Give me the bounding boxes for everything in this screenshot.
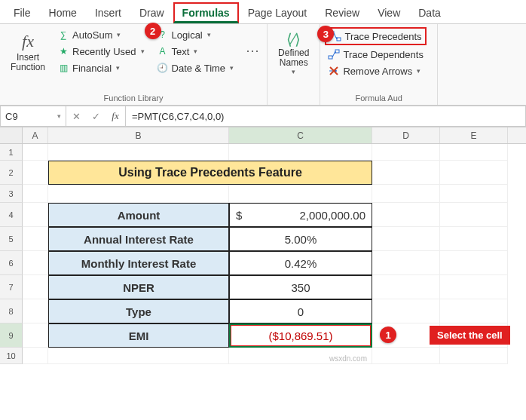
insert-function-button[interactable]: fx Insert Function <box>5 27 51 72</box>
remove-arrows-button[interactable]: Remove Arrows ▾ <box>325 63 426 78</box>
cell[interactable] <box>440 185 508 203</box>
label-cell[interactable]: Amount <box>48 203 229 227</box>
cell[interactable] <box>372 348 440 364</box>
label-cell[interactable]: EMI <box>48 323 229 348</box>
cell[interactable] <box>23 203 48 227</box>
row-header[interactable]: 4 <box>0 203 23 227</box>
enter-formula-button[interactable]: ✓ <box>86 111 106 122</box>
recently-used-button[interactable]: ★ Recently Used ▾ <box>54 44 148 59</box>
tab-page-layout[interactable]: Page Layout <box>239 2 317 23</box>
defined-names-button[interactable]: ⟨∕⟩ Defined Names ▾ <box>272 27 315 75</box>
cell[interactable]: Select the cell <box>440 323 508 348</box>
text-button[interactable]: A Text ▾ <box>154 44 237 59</box>
tab-file[interactable]: File <box>5 2 40 23</box>
cell[interactable] <box>23 161 48 185</box>
row-header[interactable]: 6 <box>0 251 23 275</box>
cell[interactable] <box>23 299 48 323</box>
chevron-down-icon: ▾ <box>117 31 121 38</box>
value-cell[interactable]: $ 2,000,000.00 <box>229 203 372 227</box>
tab-data[interactable]: Data <box>409 2 450 23</box>
cell[interactable] <box>440 144 508 161</box>
watermark: wsxdn.com <box>329 354 367 363</box>
trace-dependents-icon <box>328 48 340 60</box>
cell[interactable] <box>372 251 440 275</box>
cell[interactable] <box>48 348 229 364</box>
row-header[interactable]: 8 <box>0 299 23 323</box>
col-header-b[interactable]: B <box>48 127 229 143</box>
col-header-e[interactable]: E <box>440 127 508 143</box>
cell[interactable] <box>440 251 508 275</box>
row-header[interactable]: 7 <box>0 275 23 299</box>
cell[interactable] <box>23 144 48 161</box>
cell[interactable] <box>23 348 48 364</box>
cell[interactable] <box>229 185 372 203</box>
row-header[interactable]: 5 <box>0 227 23 251</box>
value-cell[interactable]: 0.42% <box>229 251 372 275</box>
cell[interactable] <box>23 251 48 275</box>
cell[interactable] <box>372 185 440 203</box>
cell[interactable] <box>440 275 508 299</box>
more-icon[interactable]: ⋯ <box>243 27 262 59</box>
logical-button[interactable]: ? Logical ▾ <box>154 27 237 42</box>
cell[interactable] <box>440 161 508 185</box>
sheet-title-cell[interactable]: Using Trace Precedents Feature <box>48 161 372 185</box>
row-header[interactable]: 3 <box>0 185 23 203</box>
cell[interactable] <box>440 299 508 323</box>
value-cell[interactable]: 0 <box>229 299 372 323</box>
cell[interactable] <box>372 203 440 227</box>
currency-symbol: $ <box>236 209 242 222</box>
cell[interactable] <box>229 144 372 161</box>
tab-home[interactable]: Home <box>40 2 86 23</box>
cell[interactable] <box>23 227 48 251</box>
col-header-d[interactable]: D <box>372 127 440 143</box>
defined-names-group-label <box>272 92 315 105</box>
col-header-c[interactable]: C <box>229 127 372 143</box>
cell[interactable] <box>48 144 229 161</box>
name-box[interactable]: C9 ▾ <box>0 106 66 127</box>
cell[interactable]: wsxdn.com <box>229 348 372 364</box>
cell[interactable] <box>372 275 440 299</box>
value-cell[interactable]: 350 <box>229 275 372 299</box>
trace-precedents-button[interactable]: Trace Precedents <box>325 27 426 45</box>
cell[interactable] <box>440 203 508 227</box>
tab-draw[interactable]: Draw <box>130 2 173 23</box>
label-cell[interactable]: Type <box>48 299 229 323</box>
financial-button[interactable]: ▥ Financial ▾ <box>54 60 148 75</box>
cell[interactable] <box>372 161 440 185</box>
label-cell[interactable]: Annual Interest Rate <box>48 227 229 251</box>
row-header[interactable]: 10 <box>0 348 23 364</box>
cell[interactable] <box>440 227 508 251</box>
tab-insert[interactable]: Insert <box>86 2 130 23</box>
row-header[interactable]: 9 <box>0 323 23 348</box>
cell[interactable] <box>23 275 48 299</box>
cell[interactable] <box>23 323 48 348</box>
tab-view[interactable]: View <box>369 2 409 23</box>
spreadsheet-grid: A B C D E 1 2 Using Trace Precedents Fea… <box>0 127 526 364</box>
selected-cell-c9[interactable]: ($10,869.51) <box>229 323 372 348</box>
grid-row: 10 wsxdn.com <box>0 348 526 364</box>
cell[interactable] <box>48 185 229 203</box>
cell[interactable] <box>372 144 440 161</box>
name-box-value: C9 <box>5 111 18 122</box>
label-cell[interactable]: Monthly Interest Rate <box>48 251 229 275</box>
fx-button[interactable]: fx <box>106 110 125 122</box>
cell[interactable] <box>440 348 508 364</box>
formula-input[interactable]: =PMT(C6,C7,C4,0,0) <box>126 106 526 127</box>
row-header[interactable]: 2 <box>0 161 23 185</box>
tab-formulas[interactable]: Formulas <box>173 2 239 23</box>
row-header[interactable]: 1 <box>0 144 23 161</box>
datetime-button[interactable]: 🕘 Date & Time ▾ <box>154 60 237 75</box>
label-cell[interactable]: NPER <box>48 275 229 299</box>
value-cell[interactable]: 5.00% <box>229 227 372 251</box>
select-all-corner[interactable] <box>0 127 23 143</box>
remove-arrows-label: Remove Arrows <box>343 66 412 77</box>
col-header-a[interactable]: A <box>23 127 48 143</box>
tab-review[interactable]: Review <box>316 2 369 23</box>
cell[interactable] <box>23 185 48 203</box>
trace-dependents-button[interactable]: Trace Dependents <box>325 47 426 62</box>
cell[interactable] <box>372 299 440 323</box>
cell[interactable] <box>372 227 440 251</box>
autosum-button[interactable]: ∑ AutoSum ▾ <box>54 27 148 42</box>
cancel-formula-button[interactable]: ✕ <box>66 111 86 122</box>
function-library-group-label: Function Library <box>5 92 262 105</box>
